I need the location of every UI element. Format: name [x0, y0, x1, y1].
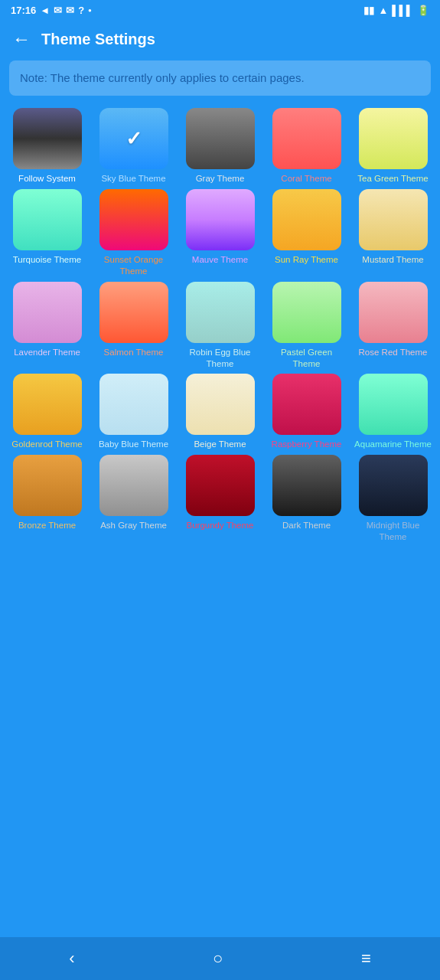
theme-swatch-follow-system	[13, 108, 82, 169]
header: ← Theme Settings	[0, 21, 440, 60]
status-left: 17:16 ◄ ✉ ✉ ? ●	[11, 5, 92, 16]
email1-icon: ✉	[54, 5, 62, 16]
wifi-icon: ▲	[378, 5, 388, 16]
theme-label-ash-gray: Ash Gray Theme	[99, 520, 168, 531]
theme-label-dark: Dark Theme	[281, 520, 332, 531]
note-text: Note: The theme currently only applies t…	[20, 71, 305, 84]
theme-item-coral[interactable]: Coral Theme	[266, 108, 347, 185]
theme-label-turquoise: Turquoise Theme	[11, 254, 83, 266]
theme-item-dark[interactable]: Dark Theme	[266, 455, 347, 543]
email2-icon: ✉	[66, 5, 74, 16]
page-title: Theme Settings	[41, 31, 155, 48]
back-button[interactable]: ←	[12, 28, 31, 50]
theme-swatch-tea-green	[359, 108, 428, 169]
theme-swatch-mustard	[359, 189, 428, 250]
status-bar: 17:16 ◄ ✉ ✉ ? ● ▮▮ ▲ ▌▌▌ 🔋	[0, 0, 440, 21]
theme-item-sun-ray[interactable]: Sun Ray Theme	[266, 189, 347, 277]
theme-item-gray[interactable]: Gray Theme	[179, 108, 261, 185]
theme-label-tea-green: Tea Green Theme	[356, 173, 429, 185]
theme-item-follow-system[interactable]: Follow System	[6, 108, 88, 185]
theme-label-robin-egg: Robin Egg Blue Theme	[179, 347, 261, 370]
theme-item-goldenrod[interactable]: Goldenrod Theme	[6, 374, 88, 450]
theme-label-salmon: Salmon Theme	[103, 347, 165, 358]
theme-label-sun-ray: Sun Ray Theme	[273, 254, 340, 266]
theme-label-mauve: Mauve Theme	[191, 254, 249, 266]
theme-swatch-rose-red	[359, 282, 428, 343]
theme-item-baby-blue[interactable]: Baby Blue Theme	[93, 374, 174, 450]
theme-item-aquamarine[interactable]: Aquamarine Theme	[352, 374, 434, 450]
theme-swatch-aquamarine	[359, 374, 428, 435]
theme-label-sky-blue: Sky Blue Theme	[99, 173, 167, 185]
battery-level-icon: 🔋	[417, 5, 429, 16]
theme-swatch-ash-gray	[99, 455, 168, 516]
theme-item-salmon[interactable]: Salmon Theme	[93, 282, 174, 370]
theme-swatch-dark	[272, 455, 341, 516]
theme-item-beige[interactable]: Beige Theme	[179, 374, 261, 450]
theme-swatch-midnight-blue	[359, 455, 428, 516]
theme-item-lavender[interactable]: Lavender Theme	[6, 282, 88, 370]
dot-icon: ●	[88, 7, 92, 14]
theme-item-mauve[interactable]: Mauve Theme	[179, 189, 261, 277]
theme-swatch-salmon	[99, 282, 168, 343]
navigation-icon: ◄	[40, 5, 50, 16]
theme-label-aquamarine: Aquamarine Theme	[353, 439, 433, 450]
theme-label-pastel-green: Pastel Green Theme	[266, 347, 347, 370]
theme-label-midnight-blue: Midnight Blue Theme	[352, 520, 434, 543]
theme-label-gray: Gray Theme	[194, 173, 246, 185]
theme-swatch-robin-egg	[186, 282, 255, 343]
theme-label-raspberry: Raspberry Theme	[270, 439, 344, 450]
theme-item-mustard[interactable]: Mustard Theme	[352, 189, 434, 277]
theme-label-lavender: Lavender Theme	[12, 347, 82, 358]
theme-swatch-baby-blue	[99, 374, 168, 435]
bottom-nav: ‹ ○ ≡	[0, 937, 440, 980]
theme-item-tea-green[interactable]: Tea Green Theme	[352, 108, 434, 185]
nav-home-button[interactable]: ○	[197, 942, 238, 975]
theme-swatch-sun-ray	[272, 189, 341, 250]
battery-icon: ▮▮	[363, 5, 374, 16]
theme-label-bronze: Bronze Theme	[17, 520, 77, 531]
status-time: 17:16	[11, 5, 36, 16]
theme-swatch-raspberry	[272, 374, 341, 435]
status-right: ▮▮ ▲ ▌▌▌ 🔋	[363, 5, 429, 16]
theme-label-mustard: Mustard Theme	[360, 254, 425, 266]
theme-swatch-pastel-green	[272, 282, 341, 343]
note-box: Note: The theme currently only applies t…	[9, 60, 431, 96]
theme-item-burgundy[interactable]: Burgundy Theme	[179, 455, 261, 543]
theme-label-follow-system: Follow System	[17, 173, 77, 185]
theme-item-turquoise[interactable]: Turquoise Theme	[6, 189, 88, 277]
signal-icon: ▌▌▌	[392, 5, 413, 16]
theme-swatch-bronze	[13, 455, 82, 516]
theme-label-goldenrod: Goldenrod Theme	[10, 439, 83, 450]
theme-swatch-coral	[272, 108, 341, 169]
theme-swatch-gray	[186, 108, 255, 169]
themes-grid: Follow SystemSky Blue ThemeGray ThemeCor…	[0, 108, 440, 556]
theme-swatch-lavender	[13, 282, 82, 343]
theme-item-ash-gray[interactable]: Ash Gray Theme	[93, 455, 174, 543]
theme-item-raspberry[interactable]: Raspberry Theme	[266, 374, 347, 450]
theme-swatch-turquoise	[13, 189, 82, 250]
theme-item-sky-blue[interactable]: Sky Blue Theme	[93, 108, 174, 185]
theme-item-pastel-green[interactable]: Pastel Green Theme	[266, 282, 347, 370]
theme-label-coral: Coral Theme	[279, 173, 333, 185]
theme-swatch-mauve	[186, 189, 255, 250]
theme-swatch-burgundy	[186, 455, 255, 516]
theme-label-burgundy: Burgundy Theme	[184, 520, 255, 531]
theme-item-midnight-blue[interactable]: Midnight Blue Theme	[352, 455, 434, 543]
theme-swatch-beige	[186, 374, 255, 435]
theme-swatch-sunset-orange	[99, 189, 168, 250]
theme-swatch-goldenrod	[13, 374, 82, 435]
theme-label-beige: Beige Theme	[192, 439, 247, 450]
theme-label-rose-red: Rose Red Theme	[357, 347, 429, 358]
theme-item-rose-red[interactable]: Rose Red Theme	[352, 282, 434, 370]
theme-item-robin-egg[interactable]: Robin Egg Blue Theme	[179, 282, 261, 370]
theme-swatch-sky-blue	[99, 108, 168, 169]
theme-label-baby-blue: Baby Blue Theme	[97, 439, 170, 450]
nav-menu-button[interactable]: ≡	[346, 942, 386, 975]
theme-label-sunset-orange: Sunset Orange Theme	[93, 254, 174, 277]
theme-item-bronze[interactable]: Bronze Theme	[6, 455, 88, 543]
theme-item-sunset-orange[interactable]: Sunset Orange Theme	[93, 189, 174, 277]
nav-back-button[interactable]: ‹	[54, 942, 90, 975]
help-icon: ?	[78, 5, 84, 16]
